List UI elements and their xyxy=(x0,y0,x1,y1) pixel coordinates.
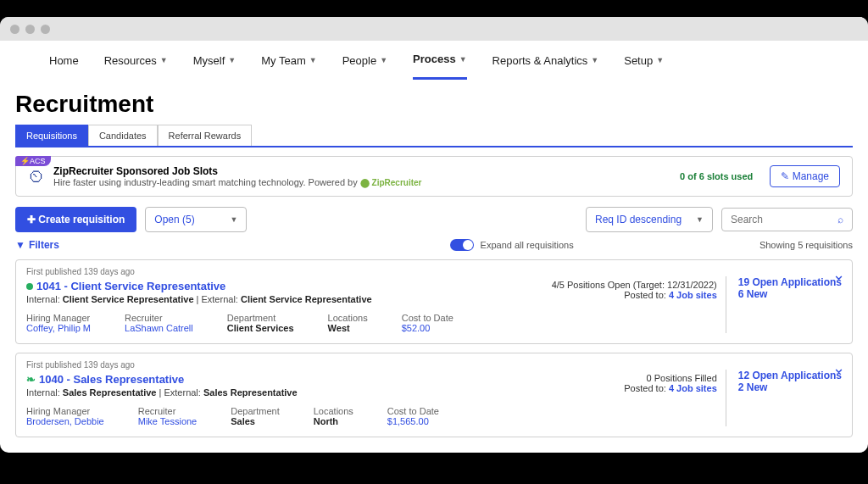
nav-people[interactable]: People▼ xyxy=(342,53,387,80)
nav-myself[interactable]: Myself▼ xyxy=(193,53,236,80)
search-input[interactable] xyxy=(731,214,824,225)
loc-value: West xyxy=(328,323,368,333)
requisition-card: ⌄ First published 139 days ago 1041 - Cl… xyxy=(15,259,853,344)
nav-resources[interactable]: Resources▼ xyxy=(104,53,168,80)
dept-label: Department xyxy=(231,406,279,416)
status-dot-icon xyxy=(26,283,33,290)
requisition-title[interactable]: ❧1040 - Sales Representative xyxy=(26,373,298,386)
collapse-icon[interactable]: ⌄ xyxy=(832,265,845,284)
filters-button[interactable]: ▼Filters xyxy=(15,239,59,251)
rec-label: Recruiter xyxy=(125,313,193,323)
cost-label: Cost to Date xyxy=(402,313,453,323)
posted-to: Posted to: 4 Job sites xyxy=(624,383,716,393)
dept-label: Department xyxy=(227,313,294,323)
positions-filled: 0 Positions Filled xyxy=(624,373,716,383)
tab-bar: Requisitions Candidates Referral Rewards xyxy=(15,125,853,147)
loc-label: Locations xyxy=(314,406,353,416)
new-apps-link[interactable]: 2 New xyxy=(738,381,842,393)
tab-requisitions[interactable]: Requisitions xyxy=(15,125,88,146)
chevron-down-icon: ▼ xyxy=(228,56,236,64)
toolbar: ✚ Create requisition Open (5)▼ Req ID de… xyxy=(15,207,853,232)
internal-external: Internal: Sales Representative | Externa… xyxy=(26,387,298,398)
cost-value: $1,565.00 xyxy=(387,416,439,426)
filter-icon: ▼ xyxy=(15,239,25,251)
acs-badge: ⚡ACS xyxy=(15,156,51,166)
window-titlebar xyxy=(0,17,868,41)
tab-referral[interactable]: Referral Rewards xyxy=(158,125,253,146)
create-requisition-button[interactable]: ✚ Create requisition xyxy=(15,207,136,232)
hm-label: Hiring Manager xyxy=(26,406,104,416)
card-age: First published 139 days ago xyxy=(26,360,842,370)
chevron-down-icon: ▼ xyxy=(230,215,237,224)
nav-process[interactable]: Process▼ xyxy=(413,53,467,80)
window-dot xyxy=(25,25,35,34)
dept-value: Sales xyxy=(231,416,279,426)
showing-count: Showing 5 requisitions xyxy=(574,240,853,250)
status-filter-select[interactable]: Open (5)▼ xyxy=(145,207,247,232)
expand-toggle[interactable] xyxy=(450,239,474,251)
chevron-down-icon: ▼ xyxy=(459,55,467,64)
positions-open: 4/5 Positions Open (Target: 12/31/2022) xyxy=(552,280,717,290)
window-dot xyxy=(41,25,50,34)
gauge-icon: ⏲ xyxy=(28,167,45,186)
chevron-down-icon: ▼ xyxy=(591,56,598,64)
window-dot xyxy=(10,25,19,34)
stats-box: 12 Open Applications 2 New xyxy=(726,370,842,426)
recruiter-link[interactable]: Mike Tessione xyxy=(138,416,198,426)
tab-candidates[interactable]: Candidates xyxy=(88,125,158,146)
nav-home[interactable]: Home xyxy=(49,53,79,80)
search-box[interactable]: ⌕ xyxy=(721,208,853,231)
job-sites-link[interactable]: 4 Job sites xyxy=(669,383,717,393)
hm-label: Hiring Manager xyxy=(26,313,91,323)
loc-value: North xyxy=(314,416,353,426)
collapse-icon[interactable]: ⌄ xyxy=(832,359,845,377)
nav-reports[interactable]: Reports & Analytics▼ xyxy=(492,53,599,80)
sort-select[interactable]: Req ID descending▼ xyxy=(586,207,713,232)
recruiter-link[interactable]: LaShawn Catrell xyxy=(125,323,193,333)
loc-label: Locations xyxy=(328,313,368,323)
requisition-card: ⌄ First published 139 days ago ❧1040 - S… xyxy=(15,353,853,437)
app-window: Home Resources▼ Myself▼ My Team▼ People▼… xyxy=(0,17,868,453)
hiring-manager-link[interactable]: Coffey, Philip M xyxy=(26,323,91,333)
chevron-down-icon: ▼ xyxy=(160,56,168,64)
job-sites-link[interactable]: 4 Job sites xyxy=(669,290,717,300)
internal-external: Internal: Client Service Representative … xyxy=(26,294,372,304)
open-apps-link[interactable]: 19 Open Applications xyxy=(738,276,842,288)
rec-label: Recruiter xyxy=(138,406,198,416)
stats-box: 19 Open Applications 6 New xyxy=(726,276,842,333)
chevron-down-icon: ▼ xyxy=(380,56,387,64)
open-apps-link[interactable]: 12 Open Applications xyxy=(738,370,842,381)
nav-myteam[interactable]: My Team▼ xyxy=(261,53,316,80)
requisition-title[interactable]: 1041 - Client Service Representative xyxy=(26,280,372,292)
cost-value: $52.00 xyxy=(402,323,453,333)
leaf-icon: ❧ xyxy=(26,373,36,386)
zip-banner: ⚡ACS ⏲ ZipRecruiter Sponsored Job Slots … xyxy=(15,156,853,197)
chevron-down-icon: ▼ xyxy=(309,56,317,64)
new-apps-link[interactable]: 6 New xyxy=(738,288,842,300)
nav-setup[interactable]: Setup▼ xyxy=(624,53,664,80)
card-age: First published 139 days ago xyxy=(26,267,842,276)
chevron-down-icon: ▼ xyxy=(656,56,664,64)
search-icon: ⌕ xyxy=(837,214,843,225)
hiring-manager-link[interactable]: Brodersen, Debbie xyxy=(26,416,104,426)
chevron-down-icon: ▼ xyxy=(696,215,704,224)
banner-title: ZipRecruiter Sponsored Job Slots xyxy=(53,165,671,177)
ziprecruiter-logo: ⬤ ZipRecruiter xyxy=(360,178,422,187)
posted-to: Posted to: 4 Job sites xyxy=(552,290,717,300)
expand-label: Expand all requisitions xyxy=(481,240,574,250)
page-title: Recruitment xyxy=(15,91,853,118)
banner-subtitle: Hire faster using industry-leading smart… xyxy=(53,177,671,187)
slots-used: 0 of 6 slots used xyxy=(680,171,753,181)
subbar: ▼Filters Expand all requisitions Showing… xyxy=(15,239,853,251)
dept-value: Client Services xyxy=(227,323,294,333)
main-nav: Home Resources▼ Myself▼ My Team▼ People▼… xyxy=(15,41,853,81)
manage-button[interactable]: ✎ Manage xyxy=(770,165,840,187)
cost-label: Cost to Date xyxy=(387,406,439,416)
